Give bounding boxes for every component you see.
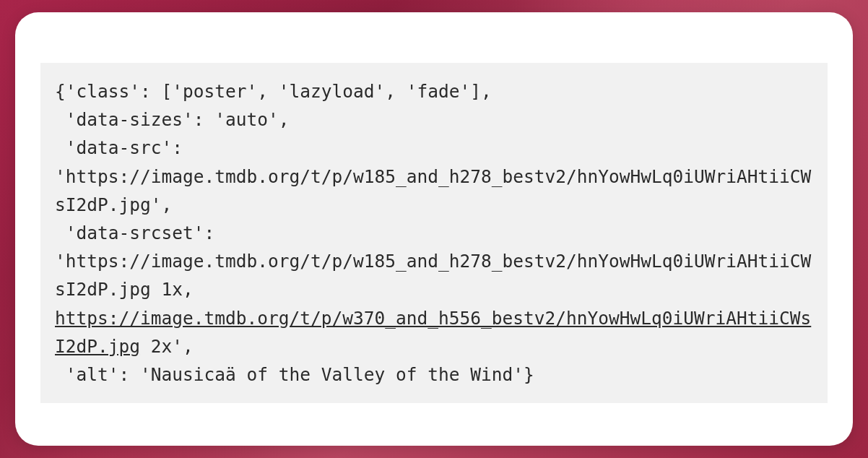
code-line: 'data-src': xyxy=(55,137,183,158)
code-line: 'https://image.tmdb.org/t/p/w185_and_h27… xyxy=(55,166,811,215)
code-line: 'https://image.tmdb.org/t/p/w185_and_h27… xyxy=(55,251,811,300)
code-line-suffix: 2x', xyxy=(140,336,194,357)
code-output: {'class': ['poster', 'lazyload', 'fade']… xyxy=(40,63,828,403)
code-line: {'class': ['poster', 'lazyload', 'fade']… xyxy=(55,81,492,102)
code-line: 'data-sizes': 'auto', xyxy=(55,109,290,130)
content-card: {'class': ['poster', 'lazyload', 'fade']… xyxy=(15,12,853,446)
code-line: 'data-srcset': xyxy=(55,222,214,243)
code-line: 'alt': 'Nausicaä of the Valley of the Wi… xyxy=(55,364,534,385)
